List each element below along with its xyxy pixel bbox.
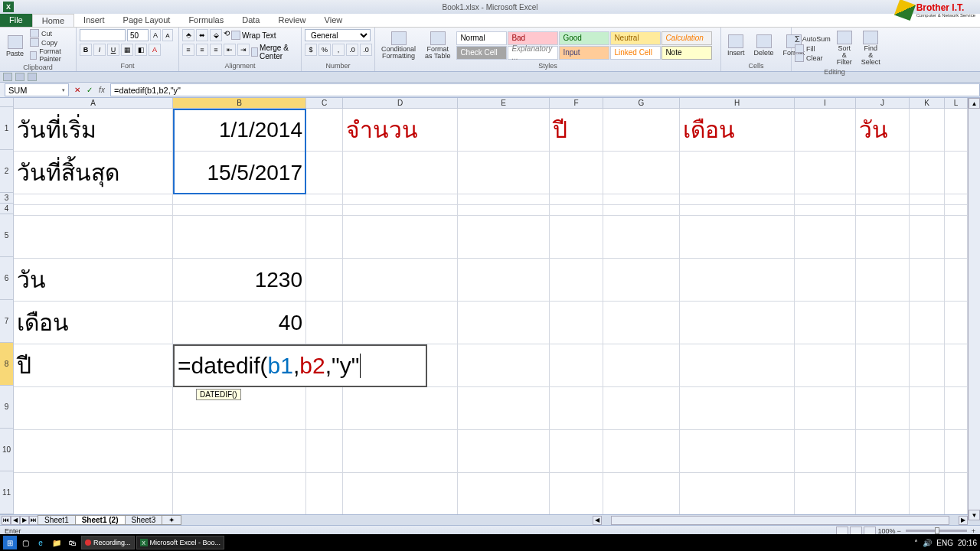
cancel-formula-button[interactable]: ✕ — [72, 85, 83, 96]
undo-icon[interactable] — [15, 73, 24, 81]
col-header-L[interactable]: L — [945, 98, 968, 109]
cell-E6[interactable] — [458, 259, 550, 302]
cell-F8[interactable] — [550, 344, 603, 387]
conditional-formatting-button[interactable]: Conditional Formatting — [378, 30, 419, 61]
fill-color-button[interactable]: ◧ — [135, 44, 147, 56]
comma-button[interactable]: , — [332, 44, 345, 56]
cell-C9[interactable] — [306, 387, 343, 430]
cell-K4[interactable] — [910, 205, 945, 216]
cell-C3[interactable] — [306, 194, 343, 205]
style-bad[interactable]: Bad — [508, 31, 558, 45]
cell-D6[interactable] — [343, 259, 458, 302]
cell-F11[interactable] — [550, 473, 603, 516]
cell-I1[interactable] — [795, 109, 856, 152]
tray-lang[interactable]: ENG — [936, 539, 953, 547]
cell-B11[interactable] — [173, 473, 306, 516]
decrease-decimal-button[interactable]: .0 — [360, 44, 372, 56]
cell-C4[interactable] — [306, 205, 343, 216]
autosum-button[interactable]: ΣAutoSum — [795, 34, 831, 44]
row-header-1[interactable]: 1 — [0, 107, 14, 150]
cell-D10[interactable] — [343, 430, 458, 473]
tab-home[interactable]: Home — [32, 14, 74, 27]
increase-indent-button[interactable]: ⇥ — [237, 44, 250, 56]
sheet-nav-next[interactable]: ▶ — [20, 516, 29, 525]
explorer-icon[interactable]: 📁 — [49, 536, 64, 549]
underline-button[interactable]: U — [107, 44, 119, 56]
style-normal[interactable]: Normal — [456, 31, 507, 45]
cell-D2[interactable] — [343, 152, 458, 194]
cell-A6[interactable]: วัน — [14, 259, 173, 302]
task-view-button[interactable]: ▢ — [18, 536, 32, 549]
cell-L10[interactable] — [945, 430, 968, 473]
grow-font-button[interactable]: A — [150, 29, 161, 41]
cell-H6[interactable] — [680, 259, 795, 302]
cell-G8[interactable] — [603, 344, 680, 387]
cell-J11[interactable] — [856, 473, 910, 516]
cell-G9[interactable] — [603, 387, 680, 430]
cell-J8[interactable] — [856, 344, 910, 387]
cell-B6[interactable]: 1230 — [173, 259, 306, 302]
style-linked-cell[interactable]: Linked Cell — [610, 46, 661, 60]
sort-filter-button[interactable]: Sort & Filter — [834, 29, 855, 67]
row-header-8[interactable]: 8 — [0, 343, 14, 386]
style-good[interactable]: Good — [559, 31, 609, 45]
cell-E3[interactable] — [458, 194, 550, 205]
style-note[interactable]: Note — [662, 46, 712, 60]
cell-H8[interactable] — [680, 344, 795, 387]
insert-cells-button[interactable]: Insert — [724, 33, 748, 58]
align-top-button[interactable]: ⬘ — [182, 29, 194, 41]
zoom-slider[interactable] — [906, 530, 967, 532]
cell-E4[interactable] — [458, 205, 550, 216]
cell-I10[interactable] — [795, 430, 856, 473]
store-icon[interactable]: 🛍 — [66, 536, 80, 549]
cell-K5[interactable] — [910, 216, 945, 259]
style-input[interactable]: Input — [559, 46, 609, 60]
cell-I4[interactable] — [795, 205, 856, 216]
paste-button[interactable]: Paste — [3, 34, 27, 59]
tab-view[interactable]: View — [315, 14, 352, 27]
align-left-button[interactable]: ≡ — [182, 44, 194, 56]
cell-C10[interactable] — [306, 430, 343, 473]
cell-K9[interactable] — [910, 387, 945, 430]
cell-A10[interactable] — [14, 430, 173, 473]
cell-E5[interactable] — [458, 216, 550, 259]
cell-L11[interactable] — [945, 473, 968, 516]
cell-F1[interactable]: ปี — [550, 109, 603, 152]
tab-data[interactable]: Data — [233, 14, 269, 27]
style-calculation[interactable]: Calculation — [662, 31, 712, 45]
cell-A2[interactable]: วันที่สิ้นสุด — [14, 152, 173, 194]
align-center-button[interactable]: ≡ — [196, 44, 208, 56]
cell-J2[interactable] — [856, 152, 910, 194]
row-header-5[interactable]: 5 — [0, 214, 14, 257]
cell-L7[interactable] — [945, 302, 968, 344]
cell-J1[interactable]: วัน — [856, 109, 910, 152]
cell-B10[interactable] — [173, 430, 306, 473]
cell-J3[interactable] — [856, 194, 910, 205]
cell-J7[interactable] — [856, 302, 910, 344]
cell-A8[interactable]: ปี — [14, 344, 173, 387]
zoom-in-button[interactable]: + — [972, 527, 975, 535]
font-name-input[interactable] — [80, 29, 126, 41]
zoom-out-button[interactable]: − — [897, 527, 900, 535]
cell-I6[interactable] — [795, 259, 856, 302]
style-explanatory[interactable]: Explanatory ... — [508, 46, 558, 60]
percent-button[interactable]: % — [318, 44, 331, 56]
shrink-font-button[interactable]: A — [162, 29, 173, 41]
cell-F3[interactable] — [550, 194, 603, 205]
col-header-F[interactable]: F — [550, 98, 603, 109]
cell-A3[interactable] — [14, 194, 173, 205]
cell-H4[interactable] — [680, 205, 795, 216]
cell-K8[interactable] — [910, 344, 945, 387]
taskbar-recording[interactable]: Recording... — [81, 536, 135, 549]
col-header-H[interactable]: H — [680, 98, 795, 109]
cell-E1[interactable] — [458, 109, 550, 152]
delete-cells-button[interactable]: Delete — [751, 33, 777, 58]
style-neutral[interactable]: Neutral — [610, 31, 661, 45]
cell-F5[interactable] — [550, 216, 603, 259]
cell-E11[interactable] — [458, 473, 550, 516]
editing-cell-b8[interactable]: =datedif(b1,b2,"y" — [173, 344, 427, 387]
cell-L5[interactable] — [945, 216, 968, 259]
row-header-11[interactable]: 11 — [0, 471, 14, 514]
cell-I11[interactable] — [795, 473, 856, 516]
sheet-tab-sheet1[interactable]: Sheet1 — [38, 515, 76, 525]
